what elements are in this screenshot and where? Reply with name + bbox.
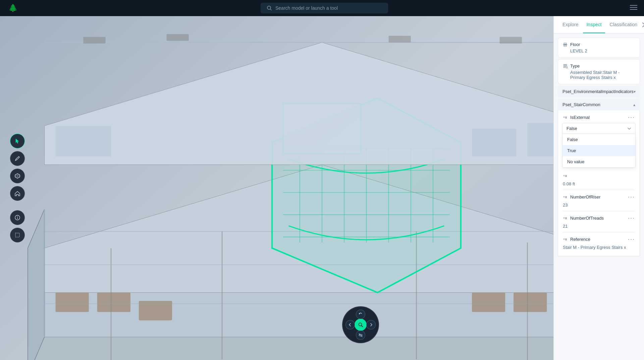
svg-point-66 xyxy=(566,66,568,68)
number-riser-left: NumberOfRiser xyxy=(563,194,600,199)
building-scene xyxy=(0,16,644,360)
is-external-dropdown[interactable]: False False True No value xyxy=(562,123,636,168)
compass-outer xyxy=(342,306,379,343)
env-impact-section: Pset_EnvironmentalImpactIndicators ▾ xyxy=(558,86,640,97)
svg-rect-41 xyxy=(472,129,516,156)
number-riser-value: 23 xyxy=(558,201,640,211)
annotate-button[interactable] xyxy=(10,151,25,166)
select-tool-button[interactable] xyxy=(10,134,25,148)
is-external-row: IsExternal ··· xyxy=(558,110,640,123)
riser-height-row: RiserHeight ··· xyxy=(558,169,640,180)
tab-inspect[interactable]: Inspect xyxy=(583,16,605,33)
is-external-selected-value: False xyxy=(567,126,577,131)
panel-header: Explore Inspect Classification xyxy=(554,16,644,34)
reference-more-button[interactable]: ··· xyxy=(628,236,635,243)
type-icon xyxy=(563,64,568,69)
panel-content: Floor LEVEL 2 Type Assembled Stair:Stair… xyxy=(554,34,644,360)
stair-common-content: IsExternal ··· False False Tru xyxy=(558,110,640,256)
number-treads-row-header: NumberOfTreads ··· xyxy=(558,211,640,222)
app-logo[interactable]: 🌲 xyxy=(7,2,19,14)
svg-point-59 xyxy=(359,323,362,326)
top-navigation: 🌲 Search model or launch a tool xyxy=(0,0,644,16)
env-impact-chevron: ▾ xyxy=(634,89,636,94)
navigation-compass xyxy=(342,306,379,343)
stair-common-title: Pset_StairCommon xyxy=(562,102,600,107)
riser-height-left: RiserHeight xyxy=(563,173,593,178)
floor-info-section: Floor LEVEL 2 xyxy=(558,38,640,58)
reference-left: Reference xyxy=(563,237,590,242)
reference-row-header: Reference ··· xyxy=(558,232,640,243)
reference-label: Reference xyxy=(570,237,590,242)
search-icon xyxy=(267,5,272,11)
number-treads-more-button[interactable]: ··· xyxy=(628,215,635,222)
number-treads-icon xyxy=(563,216,568,221)
svg-rect-10 xyxy=(56,292,89,312)
env-impact-header[interactable]: Pset_EnvironmentalImpactIndicators ▾ xyxy=(558,86,640,97)
svg-rect-63 xyxy=(563,44,567,45)
svg-rect-48 xyxy=(500,37,522,44)
svg-rect-46 xyxy=(167,34,189,41)
reference-value: Stair M - Primary Egress Stairs x xyxy=(558,243,640,255)
svg-rect-11 xyxy=(97,292,130,312)
number-riser-row-header: NumberOfRiser ··· xyxy=(558,190,640,201)
is-external-left: IsExternal xyxy=(563,115,590,120)
reference-icon xyxy=(563,237,568,242)
settings-icon[interactable] xyxy=(630,5,637,12)
dropdown-arrow-icon xyxy=(627,127,631,131)
compass-eye-off[interactable] xyxy=(356,330,365,340)
stair-common-section: Pset_StairCommon ▴ IsExtern xyxy=(558,99,640,256)
dropdown-option-true[interactable]: False xyxy=(562,134,635,145)
svg-rect-64 xyxy=(564,43,567,44)
floor-label: Floor xyxy=(570,42,580,47)
number-treads-label: NumberOfTreads xyxy=(570,216,604,221)
number-treads-left: NumberOfTreads xyxy=(563,216,604,221)
dropdown-option-novalue[interactable]: No value xyxy=(562,156,635,167)
type-value: Assembled Stair:Stair M - Primary Egress… xyxy=(563,70,635,80)
svg-rect-45 xyxy=(83,37,105,44)
svg-rect-57 xyxy=(15,233,19,237)
svg-rect-13 xyxy=(472,292,505,312)
is-external-more-button[interactable]: ··· xyxy=(628,114,635,121)
info-button[interactable] xyxy=(10,210,25,225)
type-header: Type xyxy=(563,63,635,69)
search-bar[interactable]: Search model or launch a tool xyxy=(261,3,388,13)
number-riser-icon xyxy=(563,195,568,199)
is-external-dropdown-selected[interactable]: False xyxy=(562,123,636,134)
svg-point-56 xyxy=(17,216,18,217)
selection-box-button[interactable] xyxy=(10,228,25,242)
home-button[interactable] xyxy=(10,186,25,201)
svg-rect-14 xyxy=(514,292,547,312)
dropdown-option-false[interactable]: True xyxy=(562,145,635,156)
left-toolbar xyxy=(10,134,25,242)
is-external-label: IsExternal xyxy=(570,115,590,120)
tab-classification[interactable]: Classification xyxy=(606,16,641,33)
type-info-section: Type Assembled Stair:Stair M - Primary E… xyxy=(558,59,640,84)
number-riser-more-button[interactable]: ··· xyxy=(628,193,635,200)
panel-close-button[interactable] xyxy=(642,20,644,30)
model-button[interactable] xyxy=(10,169,25,183)
riser-height-value: 0.08 ft xyxy=(558,180,640,190)
compass-rotate-left[interactable] xyxy=(356,310,365,319)
floor-header: Floor xyxy=(563,42,635,47)
floor-icon xyxy=(563,42,568,47)
viewport[interactable] xyxy=(0,16,644,360)
number-treads-value: 21 xyxy=(558,222,640,232)
stair-common-chevron: ▴ xyxy=(633,102,635,107)
is-external-dropdown-options: False True No value xyxy=(562,134,636,168)
compass-pan-left[interactable] xyxy=(345,320,355,329)
type-label: Type xyxy=(570,63,580,69)
right-panel: Explore Inspect Classification Floor LEV… xyxy=(553,16,644,360)
riser-height-icon xyxy=(563,174,568,178)
tab-explore[interactable]: Explore xyxy=(559,16,582,33)
nav-right xyxy=(630,5,637,12)
svg-rect-40 xyxy=(56,126,111,156)
svg-line-67 xyxy=(567,68,568,68)
compass-center-button[interactable] xyxy=(355,319,367,331)
env-impact-title: Pset_EnvironmentalImpactIndicators xyxy=(562,89,634,94)
svg-rect-47 xyxy=(389,36,411,42)
svg-line-1 xyxy=(270,9,271,10)
compass-pan-right[interactable] xyxy=(366,320,376,329)
logo-icon: 🌲 xyxy=(8,4,17,12)
stair-common-header[interactable]: Pset_StairCommon ▴ xyxy=(558,99,640,110)
svg-line-60 xyxy=(362,326,363,327)
